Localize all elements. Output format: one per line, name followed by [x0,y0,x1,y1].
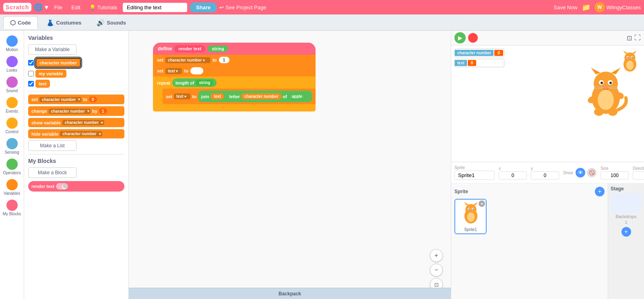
change-char-num-block[interactable]: change character number by 1 [28,106,124,116]
show-visible-button[interactable]: 👁 [576,168,585,177]
see-project-icon: ↩ [219,4,224,10]
tab-costumes[interactable]: 👗 Costumes [39,16,89,29]
add-sprite-button[interactable]: + [595,187,605,196]
stage-layout-icons: ⊡ ⛶ [627,34,641,42]
sprite1-delete[interactable]: ✕ [479,200,485,207]
hide-var-dropdown[interactable]: character number [60,131,102,136]
stage-list: Stage Backdrops 1 + [608,184,644,299]
my-var-checkbox[interactable] [28,71,34,76]
sprite-list-area: Sprite + ✕ [451,184,644,299]
svg-marker-22 [623,51,627,54]
set-text-canvas[interactable]: set text ▾ to [153,65,316,76]
repeat-bottom [153,106,316,111]
see-project-button[interactable]: ↩ See Project Page [219,4,266,10]
file-menu[interactable]: File [51,4,66,11]
tab-code[interactable]: ⬡ Code [3,16,38,29]
sprite-name-input[interactable] [454,171,495,180]
svg-point-9 [609,82,612,84]
sidebar-item-operators[interactable]: Operators [1,157,23,177]
repeat-canvas[interactable]: repeat length of string [153,76,316,87]
svg-point-37 [473,208,474,210]
sound-label: Sound [6,89,18,93]
text-checkbox[interactable] [28,81,34,87]
stop-button[interactable] [468,33,478,43]
operators-label: Operators [3,171,21,175]
sound-dot [6,76,18,88]
set-var-dropdown[interactable]: character number [39,97,81,102]
sounds-icon: 🔊 [97,19,105,27]
text-dd-2[interactable]: text ▾ [174,93,191,99]
variables-label: Variables [4,191,20,196]
direction-input[interactable] [633,171,644,179]
set-char-num-canvas[interactable]: set character number ▾ to 1 [153,55,316,65]
folder-icon[interactable]: 📁 [582,3,590,12]
change-var-dropdown[interactable]: character number [49,109,91,114]
zoom-controls: + − ⊡ [430,249,443,291]
char-num-dd-1[interactable]: character number ▾ [165,57,211,63]
backpack-bar[interactable]: Backpack [129,288,451,299]
svg-point-16 [594,108,604,116]
stage-item[interactable] [611,193,642,213]
looks-dot [6,56,18,67]
edit-menu[interactable]: Edit [68,4,83,11]
show-hidden-button[interactable]: 🚫 [587,168,597,177]
my-var-block[interactable]: my variable [35,70,66,78]
make-list-button[interactable]: Make a List [28,140,76,151]
text-dd-1[interactable]: text ▾ [165,68,182,74]
svg-point-10 [604,86,607,88]
small-stage-button[interactable]: ⊡ [627,34,632,42]
green-flag-button[interactable]: ▶ [454,32,466,43]
full-screen-button[interactable]: ⛶ [634,34,641,42]
sidebar-item-sound[interactable]: Sound [1,75,23,95]
backdrops-label: Backdrops [611,214,642,219]
svg-point-28 [629,59,631,60]
svg-point-26 [627,57,629,58]
sidebar-item-events[interactable]: Events [1,95,23,115]
text-monitor-value: 0 [468,60,477,66]
share-button[interactable]: Share [190,2,217,12]
costumes-icon: 👗 [46,19,54,27]
define-block[interactable]: define render text string [153,43,316,55]
zoom-out-button[interactable]: − [430,264,443,276]
set-text-join-canvas[interactable]: set text ▾ to join text letter character… [163,89,316,104]
direction-group: Direction [633,166,644,179]
sidebar-item-myblocks[interactable]: My Blocks [1,198,23,218]
sidebar-item-motion[interactable]: Motion [1,34,23,54]
sidebar-item-variables[interactable]: Variables [1,177,23,197]
char-num-block[interactable]: character number [35,58,81,68]
zoom-in-button[interactable]: + [430,249,443,262]
render-text-block[interactable]: render text [28,181,124,192]
svg-marker-33 [473,202,478,205]
show-var-dropdown[interactable]: character number [62,120,104,125]
show-var-block[interactable]: show variable character number [28,118,124,127]
save-now-button[interactable]: Save Now [554,4,578,10]
text-block[interactable]: text [35,80,50,88]
char-num-checkbox[interactable] [28,60,34,66]
editor-canvas[interactable]: define render text string set character … [129,31,451,299]
tutorials-button[interactable]: 💡 Tutorials [86,4,120,11]
sidebar-item-control[interactable]: Control [1,116,23,136]
blocks-group[interactable]: define render text string set character … [153,43,316,111]
sidebar-item-looks[interactable]: Looks [1,54,23,74]
x-input[interactable] [499,171,527,179]
add-backdrop-button[interactable]: + [621,227,631,237]
sprite1-item[interactable]: ✕ Sprite1 [454,199,487,234]
render-text-toggle[interactable] [56,183,68,190]
set-char-num-block[interactable]: set character number to 0 [28,95,124,104]
y-input[interactable] [531,171,559,179]
main-area: Motion Looks Sound Events Control Sensin… [0,31,644,299]
user-area[interactable]: W WlingyClasses [594,2,641,12]
project-name-input[interactable] [123,3,187,12]
globe-button[interactable]: 🌐 ▾ [34,3,48,12]
make-variable-button[interactable]: Make a Variable [28,44,76,55]
variables-section-title: Variables [28,35,124,41]
tab-sounds[interactable]: 🔊 Sounds [90,16,133,29]
make-block-button[interactable]: Make a Block [28,167,76,178]
scratch-logo[interactable]: Scratch [3,3,31,12]
text-monitor: text 0 [454,59,504,67]
sidebar-item-sensing[interactable]: Sensing [1,136,23,156]
hide-var-block[interactable]: hide variable character number [28,129,124,138]
size-input[interactable] [601,171,629,179]
sprites-title: Sprite [454,189,468,194]
variable-row-my-var: my variable [28,70,124,78]
